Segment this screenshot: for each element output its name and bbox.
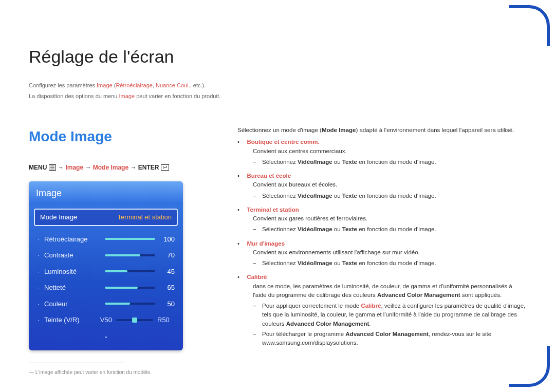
footnote: ― L'image affichée peut varier en foncti… — [29, 368, 214, 376]
footnote-divider — [29, 363, 124, 363]
enter-icon — [161, 164, 169, 173]
mode-desc: Convient aux environnements utilisant l'… — [253, 248, 526, 257]
menu-icon — [49, 164, 56, 173]
corner-decoration-top-right — [509, 5, 550, 46]
osd-row-contrast[interactable]: · Contraste 70 — [37, 247, 175, 264]
osd-slider[interactable] — [105, 238, 155, 240]
osd-slider[interactable] — [105, 287, 155, 289]
osd-row-value: 65 — [159, 283, 175, 293]
mode-desc: Convient aux bureaux et écoles. — [253, 180, 526, 189]
mode-subitem: Pour appliquer correctement le mode Cali… — [253, 302, 526, 328]
osd-row-label: Luminosité — [44, 267, 101, 277]
osd-row-tint[interactable]: · Teinte (V/R) V50 R50 — [37, 312, 175, 328]
mode-subitem: Sélectionnez Vidéo/Image ou Texte en fon… — [253, 192, 526, 200]
osd-tint-right: R50 — [157, 315, 175, 325]
osd-row-label: Contraste — [44, 250, 101, 260]
right-intro: Sélectionnez un mode d'image (Mode Image… — [237, 126, 526, 135]
osd-row-label: Couleur — [44, 299, 101, 309]
mode-item-calibre: • Calibré dans ce mode, les paramètres d… — [237, 273, 526, 347]
osd-row-color[interactable]: · Couleur 50 — [37, 296, 175, 312]
mode-item-terminal: • Terminal et station Convient aux gares… — [237, 206, 526, 234]
osd-selected-label: Mode Image — [40, 212, 77, 222]
intro-line-2: La disposition des options du menu Image… — [29, 92, 526, 101]
osd-row-value: 70 — [159, 250, 175, 260]
osd-selected-value: Terminal et station — [118, 212, 172, 222]
osd-tint-left: V50 — [95, 315, 112, 325]
osd-panel: Image Mode Image Terminal et station · R… — [29, 181, 183, 350]
osd-rows: · Rétroéclairage 100 · Contraste 70 · Lu… — [29, 231, 183, 332]
row-dot-icon: · — [37, 250, 40, 260]
mode-desc: Convient aux centres commerciaux. — [253, 147, 526, 156]
osd-scroll-down[interactable]: ˅ — [29, 332, 183, 350]
mode-item-bureau: • Bureau et école Convient aux bureaux e… — [237, 172, 526, 200]
row-dot-icon: · — [37, 234, 40, 245]
osd-slider[interactable] — [105, 254, 155, 256]
osd-selected-row[interactable]: Mode Image Terminal et station — [34, 209, 178, 226]
osd-row-value: 100 — [159, 234, 175, 245]
corner-decoration-bottom-right — [509, 346, 550, 387]
osd-row-label: Netteté — [44, 283, 101, 293]
row-dot-icon: · — [37, 267, 40, 277]
mode-item-mur: • Mur d'images Convient aux environnemen… — [237, 239, 526, 268]
osd-tint-slider[interactable] — [116, 319, 153, 321]
menu-path: MENU → Image → Mode Image → ENTER — [29, 163, 214, 173]
section-title: Mode Image — [29, 126, 214, 147]
osd-row-backlight[interactable]: · Rétroéclairage 100 — [37, 231, 175, 248]
osd-row-label: Teinte (V/R) — [44, 315, 90, 325]
osd-row-brightness[interactable]: · Luminosité 45 — [37, 264, 175, 280]
row-dot-icon: · — [37, 283, 40, 293]
page-title: Réglage de l'écran — [29, 44, 526, 70]
mode-item-boutique: • Boutique et centre comm. Convient aux … — [237, 138, 526, 166]
osd-slider[interactable] — [105, 303, 155, 305]
mode-desc: Convient aux gares routières et ferrovia… — [253, 214, 526, 223]
row-dot-icon: · — [37, 299, 40, 309]
mode-subitem: Pour télécharger le programme Advanced C… — [253, 330, 526, 348]
osd-row-label: Rétroéclairage — [44, 234, 101, 245]
osd-slider[interactable] — [105, 270, 155, 272]
chevron-down-icon: ˅ — [104, 335, 108, 344]
mode-subitem: Sélectionnez Vidéo/Image ou Texte en fon… — [253, 225, 526, 234]
intro-line-1: Configurez les paramètres Image (Rétroéc… — [29, 81, 526, 90]
mode-subitem: Sélectionnez Vidéo/Image ou Texte en fon… — [253, 158, 526, 166]
osd-row-value: 50 — [159, 299, 175, 309]
osd-header: Image — [29, 181, 183, 204]
osd-row-sharpness[interactable]: · Netteté 65 — [37, 279, 175, 296]
mode-subitem: Sélectionnez Vidéo/Image ou Texte en fon… — [253, 259, 526, 268]
osd-row-value: 45 — [159, 267, 175, 277]
mode-desc: dans ce mode, les paramètres de luminosi… — [253, 282, 526, 300]
row-dot-icon: · — [37, 315, 40, 325]
